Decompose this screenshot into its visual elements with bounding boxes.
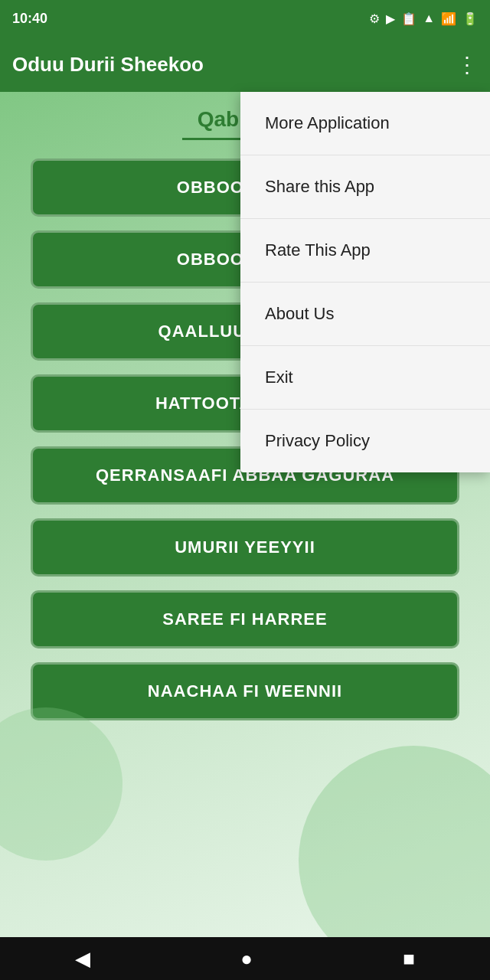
status-bar: 10:40 ⚙ ▶ 📋 ▲ 📶 🔋 [0,0,490,37]
app-title: Oduu Durii Sheekoo [12,53,204,77]
back-button[interactable]: ◀ [75,947,90,971]
dropdown-item-exit[interactable]: Exit [240,346,490,410]
dropdown-menu: More ApplicationShare this AppRate This … [240,92,490,472]
menu-item-naachaa-fi-weennii[interactable]: NAACHAA FI WEENNII [31,662,459,720]
status-icons: ⚙ ▶ 📋 ▲ 📶 🔋 [369,11,478,26]
wifi-icon: ▲ [423,11,435,25]
bg-decoration-1 [299,746,490,937]
app-bar: Oduu Durii Sheekoo ⋮ [0,37,490,92]
battery-icon: 🔋 [462,11,478,26]
menu-button-icon[interactable]: ⋮ [456,52,478,77]
home-button[interactable]: ● [240,947,253,971]
bottom-nav: ◀ ● ■ [0,937,490,980]
play-icon: ▶ [386,11,395,26]
status-time: 10:40 [12,11,47,27]
dropdown-item-privacy-policy[interactable]: Privacy Policy [240,410,490,472]
signal-icon: 📶 [441,11,456,26]
dropdown-item-share-app[interactable]: Share this App [240,155,490,219]
bg-decoration-2 [0,707,122,861]
dropdown-item-about-us[interactable]: About Us [240,283,490,346]
menu-item-saree-fi-harree[interactable]: SAREE FI HARREE [31,590,459,648]
menu-item-umurii-yeeyyii[interactable]: UMURII YEEYYII [31,518,459,577]
clipboard-icon: 📋 [401,11,416,26]
dropdown-item-rate-app[interactable]: Rate This App [240,219,490,283]
dropdown-item-more-application[interactable]: More Application [240,92,490,155]
recent-apps-button[interactable]: ■ [403,947,415,971]
settings-icon: ⚙ [369,11,380,26]
